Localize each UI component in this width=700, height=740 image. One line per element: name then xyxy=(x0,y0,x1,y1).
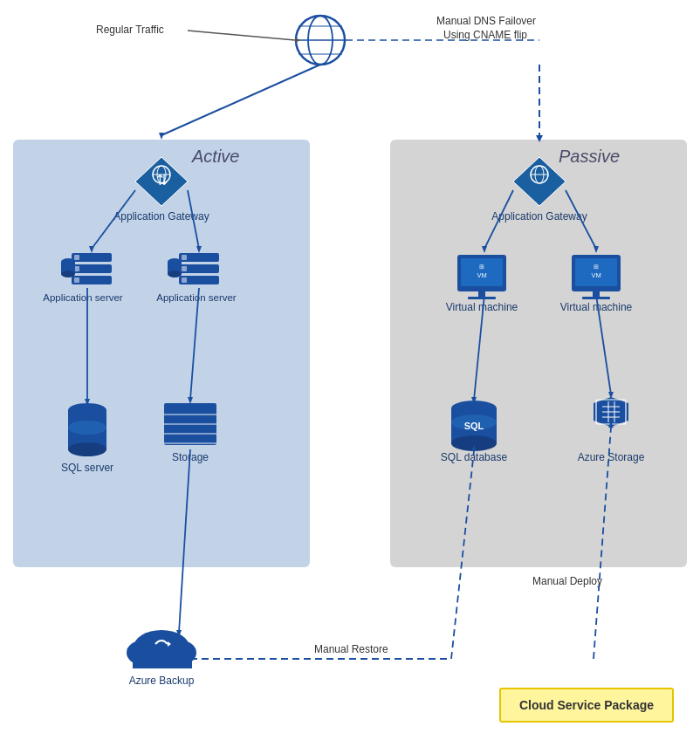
svg-point-86 xyxy=(165,641,196,665)
svg-text:Manual Deploy: Manual Deploy xyxy=(532,575,602,587)
diagram-container: Active Passive Regular Traffic Manual DN… xyxy=(0,0,700,740)
active-region-box xyxy=(13,140,310,567)
svg-point-1 xyxy=(308,16,333,65)
svg-text:Manual DNS Failover: Manual DNS Failover xyxy=(436,15,536,27)
svg-rect-87 xyxy=(133,653,192,668)
passive-region-box xyxy=(390,140,687,567)
svg-text:Azure Backup: Azure Backup xyxy=(129,675,195,687)
svg-text:Regular Traffic: Regular Traffic xyxy=(96,24,164,36)
svg-marker-7 xyxy=(295,38,300,43)
active-label: Active xyxy=(192,147,239,167)
svg-point-84 xyxy=(134,630,189,665)
svg-point-0 xyxy=(296,16,345,65)
passive-label: Passive xyxy=(559,147,620,167)
svg-line-11 xyxy=(161,65,320,135)
svg-text:Using CNAME flip: Using CNAME flip xyxy=(443,29,527,41)
svg-point-85 xyxy=(127,641,158,665)
svg-marker-99 xyxy=(176,630,182,637)
cloud-service-package-label: Cloud Service Package xyxy=(499,688,674,723)
svg-marker-12 xyxy=(159,133,164,140)
svg-marker-88 xyxy=(168,641,171,647)
svg-line-6 xyxy=(188,31,295,40)
svg-text:Manual Restore: Manual Restore xyxy=(314,643,388,655)
